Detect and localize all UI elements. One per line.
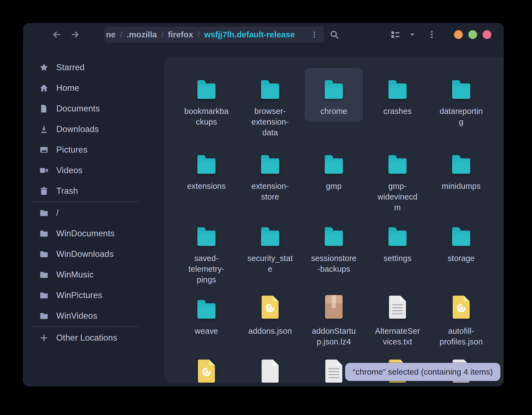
file-icon-wrap	[433, 150, 489, 174]
sidebar-item-item[interactable]: /	[23, 203, 164, 223]
forward-button[interactable]	[68, 23, 82, 46]
file-item-alternateservices-txt[interactable]: AlternateServices.txt	[368, 288, 427, 352]
folder-icon	[325, 80, 343, 99]
kebab-icon	[427, 30, 436, 39]
sidebar-item-starred[interactable]: Starred	[23, 57, 164, 78]
file-item[interactable]	[241, 352, 299, 383]
file-icon-wrap	[242, 75, 298, 99]
grid-cell: datareporting	[429, 68, 493, 132]
file-icon-wrap	[433, 295, 489, 319]
file-item-browser-extension-data[interactable]: browser-extension-data	[241, 68, 299, 143]
sidebar-item-winvideos[interactable]: WinVideos	[23, 305, 164, 326]
file-item-extensions[interactable]: extensions	[177, 143, 236, 197]
trash-icon	[39, 186, 49, 196]
sidebar-item-other-locations[interactable]: Other Locations	[23, 327, 164, 348]
file-name: autofill-profiles.json	[433, 326, 489, 347]
file-item-addons-json[interactable]: addons.json	[241, 288, 299, 341]
sidebar-item-label: Trash	[56, 186, 78, 196]
breadcrumb-segment-mozilla[interactable]: .mozilla	[127, 30, 157, 39]
file-item-autofill-profiles-json[interactable]: autofill-profiles.json	[432, 288, 490, 352]
grid-cell: security_state	[238, 215, 302, 279]
file-name: saved-telemetry-pings	[178, 253, 234, 285]
sidebar-item-trash[interactable]: Trash	[23, 181, 164, 201]
file-name: crashes	[369, 106, 425, 117]
breadcrumb-segment-wsfjj7lh-default-release[interactable]: wsfjj7lh.default-release	[204, 30, 295, 39]
folder-icon	[261, 155, 279, 174]
file-item-gmp-widevinecdm[interactable]: gmp-widevinecdm	[368, 143, 427, 218]
folder-icon	[39, 208, 49, 218]
plain-file-icon	[262, 360, 279, 383]
file-item-gmp[interactable]: gmp	[305, 143, 363, 197]
archive-file-icon	[325, 295, 343, 319]
plus-icon	[39, 333, 49, 343]
sidebar-item-label: Other Locations	[56, 333, 117, 343]
moz-swirl-glyph	[455, 302, 467, 314]
file-icon-wrap	[242, 359, 298, 383]
file-item-minidumps[interactable]: minidumps	[432, 143, 490, 197]
grid-cell: bookmarkbackups	[175, 68, 238, 132]
folder-icon	[39, 291, 49, 300]
file-icon-wrap	[178, 295, 234, 319]
file-grid: bookmarkbackupsbrowser-extension-datachr…	[164, 57, 504, 383]
file-item-extension-store[interactable]: extension-store	[241, 143, 299, 207]
sidebar-item-label: Pictures	[56, 145, 88, 155]
sidebar-item-videos[interactable]: Videos	[23, 160, 164, 181]
folder-icon	[197, 300, 215, 319]
file-manager-window: ne/.mozilla/firefox/wsfjj7lh.default-rel…	[23, 23, 504, 386]
minimize-button[interactable]	[454, 30, 463, 39]
close-button[interactable]	[483, 30, 491, 39]
sidebar-item-pictures[interactable]: Pictures	[23, 139, 164, 160]
sidebar-item-home[interactable]: Home	[23, 78, 164, 98]
file-item-addonstartup-json-lz4[interactable]: addonStartup.json.lz4	[305, 288, 363, 352]
breadcrumb-segment-ne[interactable]: ne	[106, 30, 116, 39]
sidebar-item-windownloads[interactable]: WinDownloads	[23, 244, 164, 264]
file-icon-wrap	[242, 150, 298, 174]
sidebar-item-label: Videos	[56, 166, 82, 175]
desktop: ne/.mozilla/firefox/wsfjj7lh.default-rel…	[0, 0, 532, 415]
hamburger-menu-button[interactable]	[425, 23, 439, 46]
sidebar-item-label: Documents	[56, 104, 100, 114]
search-icon	[329, 30, 339, 40]
home-icon	[39, 83, 49, 93]
kebab-icon	[310, 30, 318, 39]
breadcrumb-segment-firefox[interactable]: firefox	[168, 30, 193, 39]
path-menu-button[interactable]	[310, 30, 318, 39]
file-icon-wrap	[242, 295, 298, 319]
sidebar-item-label: WinVideos	[56, 311, 97, 321]
file-item-saved-telemetry-pings[interactable]: saved-telemetry-pings	[177, 215, 236, 290]
file-item-settings[interactable]: settings	[368, 215, 427, 269]
file-name: addonStartup.json.lz4	[306, 326, 362, 347]
text-file-icon	[325, 360, 342, 383]
file-item-bookmarkbackups[interactable]: bookmarkbackups	[177, 68, 236, 132]
file-name: extensions	[178, 181, 234, 192]
file-item-chrome[interactable]: chrome	[305, 68, 363, 122]
search-button[interactable]	[327, 23, 342, 46]
sidebar-item-winmusic[interactable]: WinMusic	[23, 264, 164, 285]
sidebar-item-windocuments[interactable]: WinDocuments	[23, 223, 164, 244]
view-toggle-button[interactable]	[388, 23, 403, 46]
sidebar-item-downloads[interactable]: Downloads	[23, 119, 164, 139]
file-item-datareporting[interactable]: datareporting	[432, 68, 490, 132]
back-button[interactable]	[49, 23, 64, 46]
sidebar-item-documents[interactable]: Documents	[23, 98, 164, 119]
chevron-down-icon	[408, 30, 416, 39]
sidebar-item-label: Starred	[56, 63, 85, 72]
file-name: bookmarkbackups	[178, 106, 234, 127]
grid-cell: extensions	[175, 143, 238, 197]
text-file-icon	[389, 296, 406, 319]
file-name: settings	[369, 253, 425, 264]
file-name: extension-store	[242, 181, 298, 202]
file-item[interactable]	[177, 352, 236, 383]
file-name: browser-extension-data	[242, 106, 298, 138]
folder-icon	[39, 311, 49, 321]
maximize-button[interactable]	[468, 30, 477, 39]
view-options-dropdown[interactable]	[405, 23, 419, 46]
file-item-crashes[interactable]: crashes	[368, 68, 427, 122]
file-item-security-state[interactable]: security_state	[241, 215, 299, 279]
file-item-weave[interactable]: weave	[177, 288, 236, 341]
sidebar-item-winpictures[interactable]: WinPictures	[23, 285, 164, 305]
folder-icon	[261, 80, 279, 99]
file-item-storage[interactable]: storage	[432, 215, 490, 269]
file-item-sessionstore-backups[interactable]: sessionstore-backups	[305, 215, 363, 279]
sidebar-item-label: Downloads	[56, 124, 99, 134]
